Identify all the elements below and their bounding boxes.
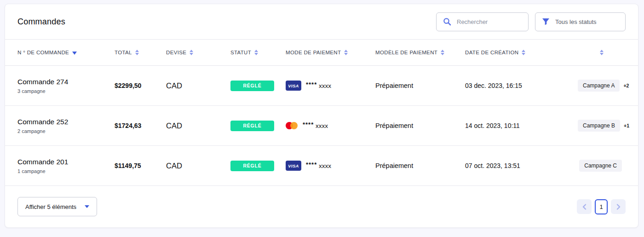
status-badge: RÉGLÉ	[230, 121, 274, 131]
column-header-total[interactable]: TOTAL	[115, 50, 166, 55]
currency-value: CAD	[166, 162, 182, 170]
creation-date: 03 dec. 2023, 16:15	[465, 82, 522, 89]
payment-model: Prépaiement	[375, 122, 413, 129]
sort-icon[interactable]	[344, 50, 348, 55]
campaign-extra-count: +1	[624, 123, 629, 128]
status-filter[interactable]: Tous les statuts	[535, 12, 626, 31]
payment-model: Prépaiement	[375, 162, 413, 169]
total-value: $2299,50	[115, 82, 141, 89]
order-campaign-count: 1 campagne	[17, 168, 115, 174]
table-row[interactable]: Commande 252 2 campagne $1724,63 CAD RÉG…	[5, 106, 638, 146]
column-label: N ° DE COMMANDE	[17, 50, 69, 55]
payment-method-cell: VISA **** xxxx	[286, 161, 375, 171]
sort-icon[interactable]	[190, 50, 193, 55]
mastercard-icon	[286, 122, 298, 130]
search-icon	[443, 17, 451, 26]
card-number: **** xxxx	[306, 162, 331, 169]
creation-date: 07 oct. 2023, 13:51	[465, 162, 520, 169]
order-cell: Commande 252 2 campagne	[17, 118, 115, 134]
campaign-pill: Campagne B	[578, 120, 620, 132]
order-name: Commande 201	[17, 158, 115, 166]
next-page-button[interactable]	[611, 199, 626, 214]
sort-icon[interactable]	[600, 50, 604, 55]
column-label: STATUT	[230, 50, 251, 55]
column-header-statut[interactable]: STATUT	[230, 50, 286, 55]
order-campaign-count: 2 campagne	[17, 128, 115, 134]
order-cell: Commande 274 3 campagne	[17, 78, 115, 94]
order-name: Commande 274	[17, 78, 115, 86]
column-label: DEVISE	[166, 50, 186, 55]
column-header-mode-paiement[interactable]: MODE DE PAIEMENT	[286, 50, 375, 55]
toolbar: Tous les statuts	[436, 12, 626, 31]
search-box[interactable]	[436, 12, 529, 31]
currency-value: CAD	[166, 121, 182, 130]
previous-page-button[interactable]	[577, 199, 592, 214]
orders-card: Commandes Tous les statuts N ° DE COMMAN…	[5, 4, 638, 228]
sort-desc-icon[interactable]	[72, 52, 77, 55]
pagination: 1	[577, 199, 626, 214]
column-header-campagne[interactable]	[578, 50, 626, 55]
chevron-left-icon	[582, 204, 586, 210]
status-badge: RÉGLÉ	[230, 81, 274, 91]
payment-method-cell: VISA **** xxxx	[286, 81, 375, 91]
table-row[interactable]: Commande 274 3 campagne $2299,50 CAD RÉG…	[5, 66, 638, 106]
column-label: TOTAL	[115, 50, 132, 55]
payment-model: Prépaiement	[375, 82, 413, 89]
sort-icon[interactable]	[522, 50, 525, 55]
column-header-devise[interactable]: DEVISE	[166, 50, 230, 55]
campaign-pill: Campagne C	[579, 160, 622, 172]
page-title: Commandes	[17, 17, 65, 27]
search-input[interactable]	[457, 18, 522, 25]
sort-icon[interactable]	[254, 50, 258, 55]
order-name: Commande 252	[17, 118, 115, 126]
column-label: MODÈLE DE PAIEMENT	[375, 50, 437, 55]
card-number: **** xxxx	[306, 82, 331, 89]
page-size-dropdown[interactable]: Afficher 5 éléments	[17, 197, 97, 216]
current-page-button[interactable]: 1	[595, 199, 608, 214]
table-header: N ° DE COMMANDE TOTAL DEVISE STATUT MODE…	[5, 40, 638, 66]
table-footer: Afficher 5 éléments 1	[5, 186, 638, 227]
column-label: MODE DE PAIEMENT	[286, 50, 341, 55]
page-size-label: Afficher 5 éléments	[25, 203, 76, 210]
header-bar: Commandes Tous les statuts	[5, 4, 638, 40]
total-value: $1149,75	[115, 162, 141, 169]
status-filter-label: Tous les statuts	[555, 18, 597, 25]
order-cell: Commande 201 1 campagne	[17, 158, 115, 174]
sort-icon[interactable]	[441, 50, 444, 55]
column-header-order[interactable]: N ° DE COMMANDE	[17, 50, 115, 55]
sort-icon[interactable]	[135, 50, 139, 55]
column-header-modele-paiement[interactable]: MODÈLE DE PAIEMENT	[375, 50, 465, 55]
total-value: $1724,63	[115, 122, 141, 129]
column-label: DATE DE CRÉATION	[465, 50, 518, 55]
card-number: **** xxxx	[303, 122, 328, 129]
visa-card-icon: VISA	[286, 81, 301, 91]
table-row[interactable]: Commande 201 1 campagne $1149,75 CAD RÉG…	[5, 146, 638, 186]
currency-value: CAD	[166, 81, 182, 90]
payment-method-cell: **** xxxx	[286, 122, 375, 130]
order-campaign-count: 3 campagne	[17, 88, 115, 94]
status-badge: RÉGLÉ	[230, 161, 274, 171]
chevron-down-icon	[85, 205, 89, 208]
filter-funnel-icon	[542, 18, 550, 25]
column-header-date-creation[interactable]: DATE DE CRÉATION	[465, 50, 578, 55]
campaign-pill: Campagne A	[578, 80, 620, 92]
chevron-right-icon	[616, 204, 621, 210]
campaign-extra-count: +2	[623, 83, 629, 88]
visa-card-icon: VISA	[286, 161, 301, 171]
creation-date: 14 oct. 2023, 10:11	[465, 122, 520, 129]
